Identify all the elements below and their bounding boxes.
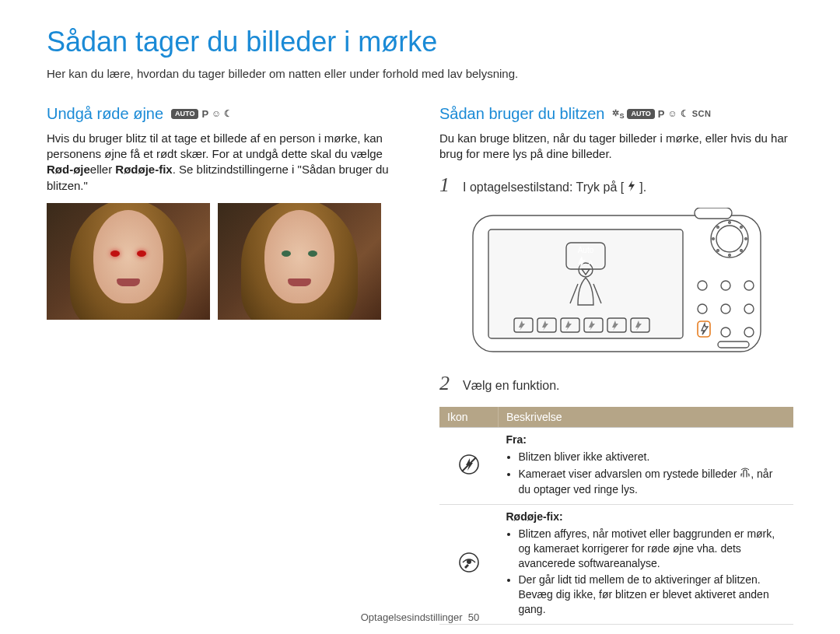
step-1-text: I optagelsestilstand: Tryk på [ bbox=[463, 180, 624, 194]
step-1: 1 I optagelsestilstand: Tryk på [ ]. bbox=[439, 171, 793, 198]
mode-face-icon: ☺ bbox=[668, 107, 677, 120]
flash-off-icon bbox=[458, 454, 480, 479]
mode-auto-icon: AUTO bbox=[171, 109, 198, 119]
footer-section: Optagelsesindstillinger bbox=[361, 611, 463, 623]
svg-line-44 bbox=[462, 457, 476, 471]
right-column: Sådan bruger du blitzen ✲S AUTO P ☺ ☾ SC… bbox=[439, 103, 793, 625]
mode-moon-icon: ☾ bbox=[681, 107, 689, 120]
row-title: Fra: bbox=[506, 433, 786, 447]
left-mode-icons: AUTO P ☺ ☾ bbox=[171, 107, 233, 121]
mode-smart-icon: ✲S bbox=[612, 107, 624, 121]
page-footer: Optagelsesindstillinger 50 bbox=[0, 611, 840, 625]
page-title: Sådan tager du billeder i mørke bbox=[47, 23, 793, 61]
col-icon: Ikon bbox=[439, 407, 499, 428]
shake-hand-icon bbox=[740, 468, 751, 482]
photo-red-eye bbox=[47, 203, 210, 320]
mode-moon-icon: ☾ bbox=[224, 107, 233, 120]
left-column: Undgå røde øjne AUTO P ☺ ☾ Hvis du bruge… bbox=[47, 103, 401, 625]
left-paragraph: Hvis du bruger blitz til at tage et bill… bbox=[47, 131, 401, 194]
mode-scn-icon: SCN bbox=[692, 108, 712, 120]
photo-fixed-eye bbox=[218, 203, 381, 320]
svg-text:A: A bbox=[588, 259, 593, 267]
mode-p-icon: P bbox=[658, 107, 665, 121]
step-2: 2 Vælg en funktion. bbox=[439, 370, 793, 397]
row-title: Rødøje-fix: bbox=[506, 510, 786, 524]
svg-marker-0 bbox=[628, 180, 635, 191]
list-item: Blitzen affyres, når motivet eller baggr… bbox=[519, 527, 786, 571]
list-item: Blitzen bliver ikke aktiveret. bbox=[519, 450, 786, 464]
right-mode-icons: ✲S AUTO P ☺ ☾ SCN bbox=[612, 107, 711, 121]
redeye-fix-icon bbox=[458, 552, 480, 577]
svg-rect-2 bbox=[695, 208, 732, 219]
flash-options-table: Ikon Beskrivelse bbox=[439, 407, 793, 625]
mode-face-icon: ☺ bbox=[212, 107, 221, 120]
mode-p-icon: P bbox=[201, 107, 208, 121]
footer-page-number: 50 bbox=[468, 611, 479, 623]
flash-icon bbox=[624, 180, 639, 197]
col-desc: Beskrivelse bbox=[499, 407, 794, 428]
mode-auto-icon: AUTO bbox=[627, 109, 654, 119]
step-2-text: Vælg en funktion. bbox=[463, 377, 793, 394]
table-row: Fra: Blitzen bliver ikke aktiveret. Kame… bbox=[439, 428, 793, 504]
left-heading: Undgå røde øjne AUTO P ☺ ☾ bbox=[47, 103, 401, 124]
list-item: Kameraet viser advarslen om rystede bill… bbox=[519, 467, 786, 497]
step-2-number: 2 bbox=[439, 370, 453, 397]
step-1-number: 1 bbox=[439, 171, 453, 198]
svg-point-46 bbox=[467, 559, 471, 564]
example-photos bbox=[47, 203, 401, 320]
camera-back-diagram: Auto A bbox=[469, 208, 765, 356]
page-subtitle: Her kan du lære, hvordan du tager billed… bbox=[47, 66, 793, 82]
left-heading-text: Undgå røde øjne bbox=[47, 103, 163, 124]
table-row: Rødøje-fix: Blitzen affyres, når motivet… bbox=[439, 504, 793, 624]
right-heading: Sådan bruger du blitzen ✲S AUTO P ☺ ☾ SC… bbox=[439, 103, 793, 124]
right-heading-text: Sådan bruger du blitzen bbox=[439, 103, 604, 124]
tooltip-label: Auto bbox=[577, 246, 593, 254]
right-intro: Du kan bruge blitzen, når du tager bille… bbox=[439, 131, 793, 163]
